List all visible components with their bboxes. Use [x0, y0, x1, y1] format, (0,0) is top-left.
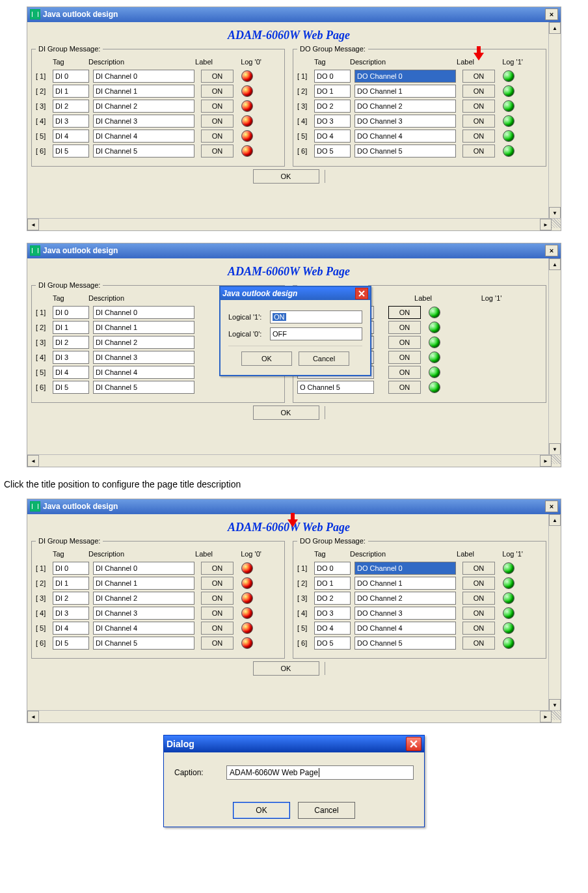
description-input[interactable]: DO Channel 0 [354, 562, 456, 575]
description-input[interactable]: DI Channel 2 [93, 592, 194, 605]
scroll-down-button[interactable]: ▼ [549, 207, 561, 219]
popup-close-button[interactable] [355, 288, 368, 299]
description-input[interactable]: DO Channel 5 [354, 637, 456, 650]
tag-input[interactable]: DI 2 [53, 100, 89, 113]
label-button[interactable]: ON [388, 351, 421, 364]
label-button[interactable]: ON [201, 70, 234, 83]
popup-cancel-button[interactable]: Cancel [299, 351, 349, 366]
description-input[interactable]: DO Channel 3 [354, 115, 456, 128]
label-button[interactable]: ON [201, 130, 234, 143]
description-input[interactable]: DI Channel 1 [93, 85, 194, 98]
label-button[interactable]: ON [388, 381, 421, 394]
tag-input[interactable]: DI 3 [53, 115, 89, 128]
tag-input[interactable]: DI 5 [53, 144, 89, 158]
description-input[interactable]: DO Channel 1 [354, 577, 456, 590]
tag-input[interactable]: DO 0 [314, 562, 351, 575]
label-button[interactable]: ON [201, 637, 234, 650]
scroll-right-button[interactable]: ► [540, 219, 552, 230]
horizontal-scrollbar[interactable]: ◄ ► [27, 218, 561, 230]
tag-input[interactable]: DI 5 [53, 637, 89, 650]
tag-input[interactable]: DI 4 [53, 130, 89, 143]
label-button[interactable]: ON [388, 366, 421, 379]
description-input[interactable]: DI Channel 0 [93, 562, 194, 575]
description-input[interactable]: DI Channel 1 [93, 321, 194, 334]
description-input[interactable]: DI Channel 4 [93, 130, 194, 143]
label-button[interactable]: ON [462, 637, 495, 650]
description-input[interactable]: DO Channel 2 [354, 100, 456, 113]
description-input[interactable]: DO Channel 2 [354, 592, 456, 605]
label-button[interactable]: ON [462, 100, 495, 113]
description-input[interactable]: DO Channel 3 [354, 607, 456, 620]
scroll-right-button[interactable]: ► [540, 455, 552, 467]
description-input[interactable]: DO Channel 4 [354, 130, 456, 143]
tag-input[interactable]: DI 0 [53, 562, 89, 575]
scroll-left-button[interactable]: ◄ [27, 711, 39, 722]
tag-input[interactable]: DO 2 [314, 592, 351, 605]
logical-1-input[interactable]: ON [270, 310, 362, 323]
description-input[interactable]: DI Channel 2 [93, 336, 194, 349]
label-button[interactable]: ON [201, 577, 234, 590]
label-button[interactable]: ON [201, 100, 234, 113]
tag-input[interactable]: DO 3 [314, 607, 351, 620]
label-button[interactable]: ON [388, 306, 421, 319]
window-close-button[interactable]: × [545, 245, 558, 256]
label-button[interactable]: ON [462, 607, 495, 620]
description-input[interactable]: DO Channel 1 [354, 85, 456, 98]
logical-0-input[interactable]: OFF [270, 327, 362, 340]
label-button[interactable]: ON [388, 321, 421, 334]
label-button[interactable]: ON [201, 592, 234, 605]
description-input[interactable]: DO Channel 4 [354, 622, 456, 635]
description-input[interactable]: DI Channel 3 [93, 607, 194, 620]
label-button[interactable]: ON [462, 85, 495, 98]
label-button[interactable]: ON [462, 144, 495, 158]
ok-button[interactable]: OK [253, 661, 319, 676]
label-button[interactable]: ON [462, 622, 495, 635]
description-input[interactable]: DI Channel 0 [93, 306, 194, 319]
label-button[interactable]: ON [201, 85, 234, 98]
label-button[interactable]: ON [462, 592, 495, 605]
tag-input[interactable]: DI 1 [53, 85, 89, 98]
scroll-down-button[interactable]: ▼ [549, 699, 561, 711]
description-input[interactable]: DI Channel 5 [93, 144, 194, 158]
tag-input[interactable]: DI 0 [53, 306, 89, 319]
label-button[interactable]: ON [201, 607, 234, 620]
tag-input[interactable]: DI 3 [53, 607, 89, 620]
window-close-button[interactable]: × [545, 501, 558, 512]
ok-button[interactable]: OK [253, 169, 319, 184]
tag-input[interactable]: DO 4 [314, 622, 351, 635]
window-close-button[interactable]: × [545, 8, 558, 20]
description-input[interactable]: DO Channel 5 [354, 144, 456, 158]
label-button[interactable]: ON [462, 115, 495, 128]
tag-input[interactable]: DO 1 [314, 577, 351, 590]
description-input[interactable]: DI Channel 3 [93, 115, 194, 128]
resize-grip-icon[interactable] [552, 711, 561, 720]
description-input[interactable]: DI Channel 5 [93, 381, 194, 394]
label-button[interactable]: ON [462, 562, 495, 575]
vertical-scrollbar[interactable]: ▲ ▼ [548, 22, 561, 219]
label-button[interactable]: ON [462, 577, 495, 590]
label-button[interactable]: ON [201, 115, 234, 128]
tag-input[interactable]: DO 5 [314, 637, 351, 650]
scroll-up-button[interactable]: ▲ [549, 22, 561, 34]
resize-grip-icon[interactable] [552, 455, 561, 464]
dialog-close-button[interactable] [406, 737, 421, 751]
horizontal-scrollbar[interactable]: ◄ ► [27, 454, 561, 467]
label-button[interactable]: ON [201, 562, 234, 575]
scroll-left-button[interactable]: ◄ [27, 455, 39, 467]
page-title[interactable]: ADAM-6060W Web Page [31, 25, 546, 45]
tag-input[interactable]: DI 2 [53, 592, 89, 605]
tag-input[interactable]: DI 3 [53, 351, 89, 364]
tag-input[interactable]: DI 1 [53, 321, 89, 334]
label-button[interactable]: ON [462, 130, 495, 143]
description-input[interactable]: DI Channel 1 [93, 577, 194, 590]
description-input[interactable]: DI Channel 0 [93, 70, 194, 83]
description-input[interactable]: DI Channel 4 [93, 366, 194, 379]
tag-input[interactable]: DI 5 [53, 381, 89, 394]
caption-input[interactable]: ADAM-6060W Web Page [226, 765, 414, 780]
description-input[interactable]: DI Channel 4 [93, 622, 194, 635]
popup-ok-button[interactable]: OK [241, 351, 292, 366]
tag-input[interactable]: DO 2 [314, 100, 351, 113]
scroll-left-button[interactable]: ◄ [27, 219, 39, 230]
label-button[interactable]: ON [201, 144, 234, 158]
label-button[interactable]: ON [388, 336, 421, 349]
